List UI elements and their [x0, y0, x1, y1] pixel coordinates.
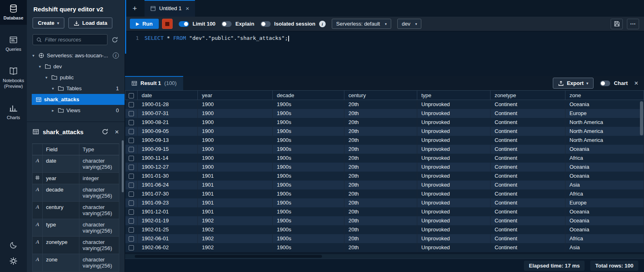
- column-header-zone[interactable]: zone: [565, 91, 644, 100]
- row-checkbox[interactable]: [129, 218, 134, 224]
- cell-year: 1901: [198, 207, 273, 216]
- result-row-2[interactable]: 1900-07-3119001900s20thUnprovokedContine…: [125, 109, 644, 118]
- chevron-down-icon[interactable]: ▾: [37, 64, 42, 69]
- row-checkbox[interactable]: [129, 102, 134, 107]
- column-header-year[interactable]: year: [198, 91, 273, 100]
- row-checkbox[interactable]: [129, 138, 134, 143]
- info-icon[interactable]: i: [113, 52, 119, 59]
- result-row-4[interactable]: 1900-09-0519001900s20thUnprovokedContine…: [125, 127, 644, 136]
- settings-button[interactable]: [9, 257, 18, 265]
- chevron-right-icon[interactable]: ▸: [50, 108, 55, 113]
- database-dropdown[interactable]: dev ▾: [397, 19, 422, 29]
- result-row-11[interactable]: 1901-07-3019011900s20thUnprovokedContine…: [125, 189, 644, 198]
- result-row-9[interactable]: 1901-01-3019011900s20thUnprovokedContine…: [125, 172, 644, 181]
- row-checkbox[interactable]: [129, 227, 134, 233]
- rail-item-charts[interactable]: Charts: [0, 100, 27, 124]
- column-header-century[interactable]: century: [344, 91, 417, 100]
- row-checkbox[interactable]: [129, 236, 134, 242]
- tree-item-views[interactable]: ▸ Views 0: [27, 105, 125, 116]
- row-checkbox[interactable]: [129, 129, 134, 134]
- result-tab[interactable]: Result 1 (100): [125, 76, 183, 90]
- isolated-session-toggle-switch[interactable]: [261, 21, 271, 27]
- result-row-5[interactable]: 1900-09-1319001900s20thUnprovokedContine…: [125, 136, 644, 145]
- chevron-down-icon[interactable]: ▾: [31, 53, 36, 58]
- result-row-16[interactable]: 1902-06-0119021900s20thUnprovokedContine…: [125, 234, 644, 243]
- limit-toggle-switch[interactable]: [179, 21, 189, 27]
- row-checkbox[interactable]: [129, 191, 134, 197]
- row-checkbox[interactable]: [129, 245, 134, 250]
- row-checkbox[interactable]: [129, 120, 134, 125]
- result-row-15[interactable]: 1902-01-2519021900s20thUnprovokedContine…: [125, 225, 644, 234]
- rail-item-queries[interactable]: Queries: [0, 31, 27, 56]
- result-row-3[interactable]: 1900-08-2119001900s20thUnprovokedContine…: [125, 118, 644, 127]
- result-row-13[interactable]: 1901-12-0119011900s20thUnprovokedContine…: [125, 207, 644, 216]
- tree-item-dev[interactable]: ▾ dev: [27, 61, 125, 72]
- more-actions-button[interactable]: ···: [627, 19, 639, 29]
- dark-mode-toggle[interactable]: [9, 241, 18, 249]
- refresh-resources-button[interactable]: [111, 36, 119, 44]
- close-results-icon[interactable]: ×: [634, 80, 638, 87]
- chevron-down-icon[interactable]: ▾: [44, 75, 49, 80]
- result-tab-count: (100): [164, 80, 177, 86]
- row-checkbox[interactable]: [129, 156, 134, 161]
- column-header-date[interactable]: date: [138, 91, 198, 100]
- explain-toggle-switch[interactable]: [221, 21, 232, 27]
- tree-item-public[interactable]: ▾ public: [27, 72, 125, 83]
- tree-item-serverless[interactable]: ▾ Serverless: aws-toucan-... i: [27, 50, 125, 61]
- sql-editor[interactable]: 1 SELECT * FROM "dev"."public"."shark_at…: [125, 31, 644, 76]
- isolated-session-toggle[interactable]: Isolated session: [261, 21, 315, 27]
- result-row-17[interactable]: 1902-06-0219021900s20thUnprovokedContine…: [125, 243, 644, 252]
- export-button[interactable]: Export ▾: [553, 78, 594, 89]
- create-button[interactable]: Create ▾: [33, 17, 64, 28]
- rail-item-database[interactable]: Database: [0, 0, 27, 25]
- row-checkbox[interactable]: [129, 174, 134, 179]
- select-all-checkbox[interactable]: [129, 93, 134, 98]
- result-row-1[interactable]: 1900-01-2819001900s20thUnprovokedContine…: [125, 100, 644, 109]
- chart-toggle-switch[interactable]: [600, 81, 610, 86]
- column-header-decade[interactable]: decade: [273, 91, 344, 100]
- tree-item-tables[interactable]: ▾ Tables 1: [27, 83, 125, 94]
- tab-untitled-1[interactable]: Untitled 1 ×: [145, 0, 195, 17]
- result-row-8[interactable]: 1900-12-2719001900s20thUnprovokedContine…: [125, 163, 644, 172]
- cell-century: 20th: [344, 136, 417, 145]
- field-type-icon-cell: A: [32, 155, 43, 172]
- cell-decade: 1900s: [273, 181, 344, 189]
- result-row-6[interactable]: 1900-09-1519001900s20thUnprovokedContine…: [125, 145, 644, 154]
- row-checkbox[interactable]: [129, 200, 134, 206]
- cell-zonetype: Continent: [491, 216, 565, 225]
- serverless-dropdown[interactable]: Serverless: default ▾: [332, 19, 391, 29]
- close-tab-icon[interactable]: ×: [186, 5, 189, 12]
- chart-icon: [9, 104, 18, 113]
- save-query-button[interactable]: [611, 19, 623, 29]
- result-row-14[interactable]: 1902-01-1919021900s20thUnprovokedContine…: [125, 216, 644, 225]
- cell-decade: 1900s: [273, 207, 344, 216]
- limit-toggle[interactable]: Limit 100: [179, 21, 215, 27]
- column-header-zonetype[interactable]: zonetype: [491, 91, 565, 100]
- row-checkbox[interactable]: [129, 183, 134, 188]
- column-header-type[interactable]: type: [417, 91, 491, 100]
- run-button[interactable]: ▶ Run: [130, 19, 159, 29]
- tree-item-shark-attacks[interactable]: shark_attacks: [32, 94, 125, 105]
- refresh-table-button[interactable]: [101, 128, 109, 136]
- load-data-button[interactable]: Load data: [68, 17, 112, 28]
- vertical-scrollbar[interactable]: [640, 101, 643, 135]
- row-checkbox[interactable]: [129, 111, 134, 116]
- filter-resources-input[interactable]: Filter resources: [33, 34, 107, 45]
- stop-button[interactable]: [162, 19, 173, 29]
- new-tab-button[interactable]: +: [125, 0, 145, 17]
- result-row-7[interactable]: 1900-11-1419001900s20thUnprovokedContine…: [125, 154, 644, 163]
- chevron-down-icon[interactable]: ▾: [50, 86, 55, 91]
- row-checkbox[interactable]: [129, 147, 134, 152]
- row-checkbox[interactable]: [129, 165, 134, 170]
- sidebar-scrollbar[interactable]: [122, 140, 124, 192]
- result-row-10[interactable]: 1901-06-2419011900s20thUnprovokedContine…: [125, 181, 644, 189]
- row-checkbox[interactable]: [129, 209, 134, 215]
- result-row-12[interactable]: 1901-09-2319011900s20thUnprovokedContine…: [125, 198, 644, 207]
- chart-toggle[interactable]: Chart: [600, 80, 628, 86]
- cell-date: 1900-09-05: [138, 127, 198, 136]
- explain-toggle[interactable]: Explain: [221, 21, 254, 27]
- horizontal-scrollbar[interactable]: [135, 255, 322, 258]
- info-icon[interactable]: i: [319, 21, 326, 27]
- rail-item-notebooks[interactable]: Notebooks (Preview): [0, 63, 27, 93]
- close-panel-icon[interactable]: ×: [115, 128, 119, 135]
